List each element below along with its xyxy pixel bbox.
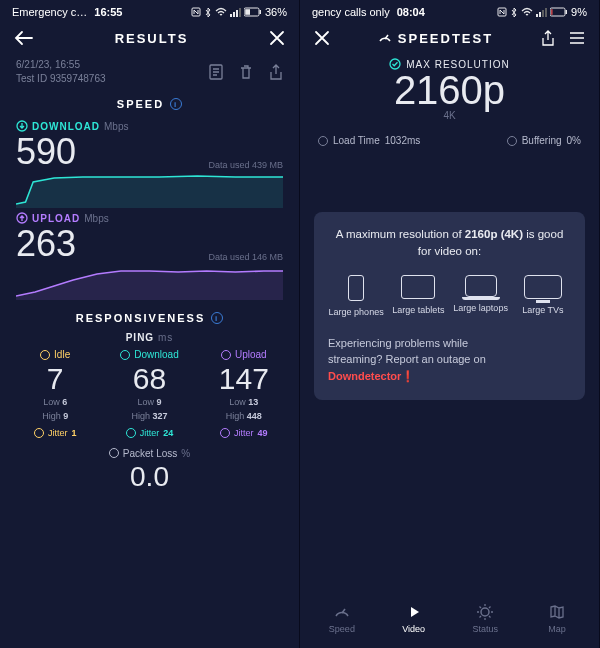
device-large-tvs: Large TVs <box>515 275 571 317</box>
share-icon[interactable] <box>269 64 283 80</box>
download-data-used: Data used 439 MB <box>208 160 283 170</box>
max-resolution: MAX RESOLUTION 2160p 4K <box>300 54 599 129</box>
close-button[interactable] <box>314 30 330 46</box>
appbar: RESULTS <box>0 22 299 54</box>
upload-block: UPLOAD Mbps 263 Data used 146 MB <box>0 210 299 302</box>
info-icon[interactable]: i <box>211 312 223 324</box>
svg-rect-14 <box>542 10 544 17</box>
nav-map[interactable]: Map <box>521 603 593 634</box>
download-label: DOWNLOAD <box>32 121 100 132</box>
maxres-sub: 4K <box>300 110 599 121</box>
responsiveness-section-label: RESPONSIVENESS i <box>0 312 299 324</box>
device-large-tablets: Large tablets <box>390 275 446 317</box>
statusbar: Emergency c… 16:55 36% <box>0 0 299 22</box>
svg-rect-15 <box>545 8 547 17</box>
back-button[interactable] <box>14 30 34 46</box>
jitter-icon <box>220 428 230 438</box>
svg-rect-6 <box>259 10 261 14</box>
download-ping-value: 68 <box>102 362 196 395</box>
resolution-card: A maximum resolution of 2160p (4K) is go… <box>314 212 585 400</box>
test-meta: 6/21/23, 16:55 Test ID 9359748763 <box>0 54 299 94</box>
ping-unit: ms <box>158 332 173 343</box>
share-icon[interactable] <box>541 30 555 46</box>
maxres-value: 2160p <box>300 70 599 110</box>
page-title: RESULTS <box>115 31 189 46</box>
bluetooth-icon <box>510 7 518 18</box>
upload-unit: Mbps <box>84 213 108 224</box>
svg-rect-4 <box>239 8 241 17</box>
download-value: 590 <box>16 134 76 170</box>
nfc-icon <box>191 7 201 17</box>
jitter-icon <box>126 428 136 438</box>
carrier-text: gency calls only <box>312 6 390 18</box>
nfc-icon <box>497 7 507 17</box>
results-screen: Emergency c… 16:55 36% RESULTS 6/21/23, … <box>0 0 300 648</box>
packet-loss-value: 0.0 <box>0 461 299 493</box>
test-id: Test ID 9359748763 <box>16 72 106 86</box>
ping-idle: Idle 7 Low 6 High 9 Jitter 1 <box>8 349 102 438</box>
ping-download: Download 68 Low 9 High 327 Jitter 24 <box>102 349 196 438</box>
downdetector-link[interactable]: Downdetector <box>328 370 401 382</box>
menu-icon[interactable] <box>569 30 585 46</box>
close-button[interactable] <box>269 30 285 46</box>
svg-rect-17 <box>566 10 568 14</box>
outage-text: Experiencing problems while streaming? R… <box>328 335 571 385</box>
card-title: A maximum resolution of 2160p (4K) is go… <box>328 226 571 261</box>
ping-label: PING <box>126 332 154 343</box>
device-large-laptops: Large laptops <box>453 275 509 317</box>
speedtest-logo-icon <box>378 31 392 45</box>
idle-icon <box>40 350 50 360</box>
appbar: SPEEDTEST <box>300 22 599 54</box>
load-time-icon <box>318 136 328 146</box>
test-date: 6/21/23, 16:55 <box>16 58 106 72</box>
packet-loss-icon <box>109 448 119 458</box>
bluetooth-icon <box>204 7 212 18</box>
svg-rect-3 <box>236 10 238 17</box>
nav-video[interactable]: Video <box>378 603 450 634</box>
battery-percent: 9% <box>571 6 587 18</box>
download-sparkline <box>16 172 283 208</box>
upload-icon <box>221 350 231 360</box>
load-buffer-row: Load Time 1032ms Buffering 0% <box>300 129 599 152</box>
wifi-icon <box>521 7 533 17</box>
upload-sparkline <box>16 264 283 300</box>
wifi-icon <box>215 7 227 17</box>
battery-percent: 36% <box>265 6 287 18</box>
buffering-icon <box>507 136 517 146</box>
upload-ping-value: 147 <box>197 362 291 395</box>
download-icon <box>120 350 130 360</box>
nav-status[interactable]: Status <box>450 603 522 634</box>
ping-columns: Idle 7 Low 6 High 9 Jitter 1 Download 68… <box>0 349 299 438</box>
download-unit: Mbps <box>104 121 128 132</box>
svg-rect-1 <box>230 14 232 17</box>
nav-speed[interactable]: Speed <box>306 603 378 634</box>
notes-icon[interactable] <box>209 64 223 80</box>
upload-value: 263 <box>16 226 76 262</box>
page-title: SPEEDTEST <box>398 31 493 46</box>
statusbar-time: 16:55 <box>94 6 122 18</box>
delete-icon[interactable] <box>239 64 253 80</box>
device-large-phones: Large phones <box>328 275 384 317</box>
download-block: DOWNLOAD Mbps 590 Data used 439 MB <box>0 118 299 210</box>
ping-upload: Upload 147 Low 13 High 448 Jitter 49 <box>197 349 291 438</box>
video-screen: gency calls only 08:04 9% SPEEDTEST MAX … <box>300 0 600 648</box>
idle-value: 7 <box>8 362 102 395</box>
svg-rect-13 <box>539 12 541 17</box>
info-icon[interactable]: i <box>170 98 182 110</box>
svg-rect-18 <box>551 9 552 15</box>
packet-loss-block: Packet Loss % 0.0 <box>0 448 299 493</box>
statusbar-time: 08:04 <box>397 6 425 18</box>
svg-point-20 <box>481 608 489 616</box>
signal-icon <box>230 7 241 17</box>
upload-data-used: Data used 146 MB <box>208 252 283 262</box>
battery-icon <box>244 7 262 17</box>
bottom-nav: Speed Video Status Map <box>300 593 599 648</box>
upload-label: UPLOAD <box>32 213 80 224</box>
signal-icon <box>536 7 547 17</box>
jitter-icon <box>34 428 44 438</box>
battery-icon <box>550 7 568 17</box>
svg-rect-12 <box>536 14 538 17</box>
statusbar: gency calls only 08:04 9% <box>300 0 599 22</box>
svg-rect-2 <box>233 12 235 17</box>
svg-rect-7 <box>245 9 250 15</box>
